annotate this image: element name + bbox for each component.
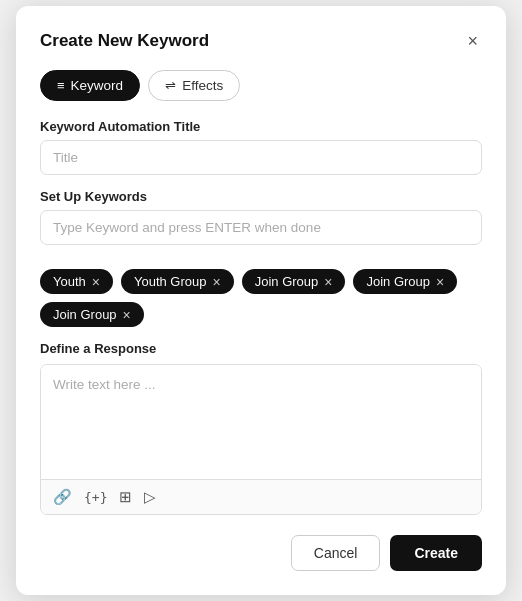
tag-join-group-3-label: Join Group <box>53 307 117 322</box>
automation-title-input[interactable] <box>40 140 482 175</box>
automation-title-section: Keyword Automation Title <box>40 119 482 189</box>
tag-join-group-3-close[interactable]: × <box>123 308 131 322</box>
video-icon[interactable]: ▷ <box>144 488 156 506</box>
modal-footer: Cancel Create <box>40 535 482 571</box>
tab-effects[interactable]: ⇌ Effects <box>148 70 240 101</box>
create-keyword-modal: Create New Keyword × ≡ Keyword ⇌ Effects… <box>16 6 506 595</box>
tag-join-group-3: Join Group × <box>40 302 144 327</box>
modal-title: Create New Keyword <box>40 31 209 51</box>
close-button[interactable]: × <box>463 30 482 52</box>
tag-join-group-1-label: Join Group <box>255 274 319 289</box>
response-section: Define a Response 🔗 {+} ⊞ ▷ <box>40 341 482 515</box>
tag-join-group-1-close[interactable]: × <box>324 275 332 289</box>
modal-header: Create New Keyword × <box>40 30 482 52</box>
tag-youth-group-close[interactable]: × <box>213 275 221 289</box>
image-icon[interactable]: ⊞ <box>119 488 132 506</box>
tag-join-group-2-label: Join Group <box>366 274 430 289</box>
cancel-button[interactable]: Cancel <box>291 535 381 571</box>
tag-youth-group: Youth Group × <box>121 269 234 294</box>
keywords-input[interactable] <box>40 210 482 245</box>
tag-join-group-1: Join Group × <box>242 269 346 294</box>
variable-icon[interactable]: {+} <box>84 490 107 505</box>
keyword-tab-icon: ≡ <box>57 78 65 93</box>
modal-overlay: Create New Keyword × ≡ Keyword ⇌ Effects… <box>0 0 522 601</box>
tag-join-group-2: Join Group × <box>353 269 457 294</box>
tag-youth-group-label: Youth Group <box>134 274 207 289</box>
tab-effects-label: Effects <box>182 78 223 93</box>
effects-tab-icon: ⇌ <box>165 78 176 93</box>
response-label: Define a Response <box>40 341 482 356</box>
tag-join-group-2-close[interactable]: × <box>436 275 444 289</box>
keywords-label: Set Up Keywords <box>40 189 482 204</box>
tag-youth-label: Youth <box>53 274 86 289</box>
response-box: 🔗 {+} ⊞ ▷ <box>40 364 482 515</box>
link-icon[interactable]: 🔗 <box>53 488 72 506</box>
create-button[interactable]: Create <box>390 535 482 571</box>
keywords-section: Set Up Keywords Youth × Youth Group × Jo… <box>40 189 482 327</box>
tab-keyword[interactable]: ≡ Keyword <box>40 70 140 101</box>
automation-title-label: Keyword Automation Title <box>40 119 482 134</box>
keyword-tags: Youth × Youth Group × Join Group × Join … <box>40 269 482 327</box>
response-textarea[interactable] <box>41 365 481 475</box>
tab-row: ≡ Keyword ⇌ Effects <box>40 70 482 101</box>
tag-youth-close[interactable]: × <box>92 275 100 289</box>
response-toolbar: 🔗 {+} ⊞ ▷ <box>41 479 481 514</box>
tag-youth: Youth × <box>40 269 113 294</box>
tab-keyword-label: Keyword <box>71 78 124 93</box>
